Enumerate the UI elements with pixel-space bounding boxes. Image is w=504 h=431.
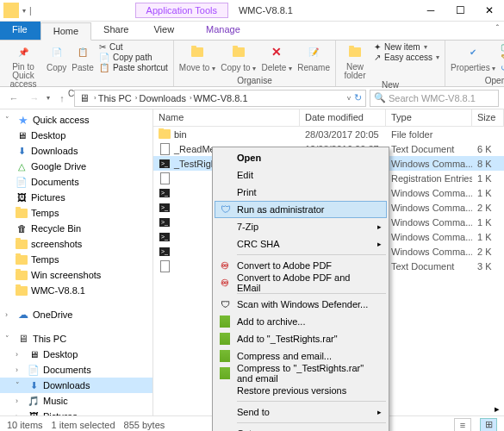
cut-button[interactable]: ✂ Cut — [99, 42, 168, 52]
quick-access[interactable]: ˅★Quick access — [0, 112, 152, 128]
breadcrumb[interactable]: 🖥 › This PC › Downloads › WMC-V8.8.1 v ↻ — [74, 90, 366, 107]
ribbon: 📌Pin to Quick access 📄Copy 📋Paste ✂ Cut … — [0, 41, 504, 87]
open-button[interactable]: ▢ Open ▾ — [501, 42, 504, 52]
ctx-run-as-admin[interactable]: 🛡Run as administrator — [215, 201, 387, 218]
maximize-button[interactable]: ☐ — [445, 0, 475, 22]
file-row[interactable]: bin28/03/2017 20:05File folder — [153, 127, 504, 141]
paste-button[interactable]: 📋Paste — [72, 42, 94, 72]
cmd-icon: >_ — [159, 231, 171, 243]
copy-path-button[interactable]: 📄 Copy path — [99, 53, 168, 62]
title-bar: ▾ | Application Tools WMC-V8.8.1 ─ ☐ ✕ — [0, 0, 504, 22]
ctx-7zip[interactable]: 7-Zip▸ — [215, 218, 387, 235]
tree-documents[interactable]: 📄Documents — [0, 174, 152, 190]
defender-icon: 🛡 — [218, 297, 232, 311]
easy-access-button[interactable]: ↗ Easy access ▾ — [374, 53, 439, 62]
organise-group-label: Organise — [233, 76, 276, 86]
ctx-compress-email[interactable]: Compress and email... — [215, 347, 387, 365]
tree-temps2[interactable]: Temps — [0, 252, 152, 267]
address-bar: ← → ▾ ↑ 🖥 › This PC › Downloads › WMC-V8… — [0, 87, 504, 109]
icons-view-button[interactable]: ⊞ — [480, 418, 497, 432]
tree-wmc[interactable]: WMC-V8.8.1 — [0, 283, 152, 298]
application-tools-tab[interactable]: Application Tools — [135, 3, 228, 18]
copy-to-button[interactable]: Copy to ▾ — [221, 42, 256, 72]
paste-shortcut-button[interactable]: 📋 Paste shortcut — [99, 63, 168, 72]
context-menu: Open Edit Print 🛡Run as administrator 7-… — [212, 147, 389, 431]
navigation-tree: ˅★Quick access 🖥Desktop ⬇Downloads △Goog… — [0, 109, 153, 415]
ctx-send-to[interactable]: Send to▸ — [215, 403, 387, 421]
delete-button[interactable]: ✕Delete ▾ — [261, 42, 292, 72]
properties-button[interactable]: ✔Properties ▾ — [451, 42, 495, 72]
back-button[interactable]: ← — [5, 90, 22, 107]
pc-desktop[interactable]: ›🖥Desktop — [0, 347, 152, 362]
pc-documents[interactable]: ›📄Documents — [0, 362, 152, 378]
tab-view[interactable]: View — [141, 22, 187, 40]
ctx-open[interactable]: Open — [215, 149, 387, 166]
move-to-button[interactable]: Move to ▾ — [179, 42, 215, 72]
ctx-convert-pdf-email[interactable]: ♾Convert to Adobe PDF and EMail — [215, 274, 387, 291]
rename-button[interactable]: 📝Rename — [297, 42, 330, 72]
ctx-add-archive[interactable]: Add to archive... — [215, 313, 387, 330]
col-type: Type — [386, 109, 472, 126]
history-button[interactable]: ↺ History — [501, 63, 504, 72]
ribbon-tabs: File Home Share View Manage ˆ — [0, 22, 504, 41]
tree-screenshots[interactable]: screenshots — [0, 236, 152, 252]
up-button[interactable]: ↑ — [53, 90, 71, 107]
cmd-icon: >_ — [159, 216, 171, 228]
copy-button[interactable]: 📄Copy — [47, 42, 66, 72]
search-input[interactable]: 🔍 Search WMC-V8.8.1 — [370, 90, 499, 107]
ctx-cut[interactable]: Cut — [215, 425, 387, 431]
col-date: Date modified — [300, 109, 386, 126]
tab-share[interactable]: Share — [91, 22, 141, 40]
details-view-button[interactable]: ≡ — [454, 418, 471, 432]
cmd-icon: >_ — [159, 187, 171, 199]
ctx-defender[interactable]: 🛡Scan with Windows Defender... — [215, 296, 387, 313]
pc-downloads[interactable]: ˅⬇Downloads — [0, 378, 152, 393]
ctx-print[interactable]: Print — [215, 184, 387, 201]
tree-temps[interactable]: Temps — [0, 205, 152, 221]
column-headers[interactable]: Name Date modified Type Size — [153, 109, 504, 127]
cmd-icon: >_ — [159, 158, 171, 170]
tree-downloads[interactable]: ⬇Downloads — [0, 143, 152, 159]
pc-music[interactable]: ›🎵Music — [0, 393, 152, 409]
refresh-icon[interactable]: ↻ — [354, 92, 362, 103]
file-icon — [159, 143, 171, 155]
ctx-convert-pdf[interactable]: ♾Convert to Adobe PDF — [215, 257, 387, 274]
ctx-add-to-rar[interactable]: Add to "_TestRights.rar" — [215, 330, 387, 347]
ctx-edit[interactable]: Edit — [215, 166, 387, 184]
rar-icon — [218, 332, 232, 346]
chevron-right-icon: ▸ — [377, 222, 382, 231]
close-button[interactable]: ✕ — [475, 0, 504, 22]
ribbon-collapse-icon[interactable]: ˆ — [491, 22, 504, 40]
tab-home[interactable]: Home — [40, 22, 91, 41]
breadcrumb-dropdown-icon[interactable]: v — [347, 94, 351, 102]
horizontal-scroll-icon[interactable]: ▸ — [492, 403, 502, 414]
new-folder-button[interactable]: New folder — [341, 42, 369, 80]
tree-pictures[interactable]: 🖼Pictures — [0, 190, 152, 205]
minimize-button[interactable]: ─ — [416, 0, 445, 22]
ctx-compress-to[interactable]: Compress to "_TestRights.rar" and email — [215, 365, 387, 382]
selection-size: 855 bytes — [124, 420, 165, 430]
edit-button[interactable]: ✎ Edit — [501, 53, 504, 62]
this-pc[interactable]: ˅🖥This PC — [0, 331, 152, 347]
forward-button[interactable]: → — [26, 90, 43, 107]
tab-manage[interactable]: Manage — [194, 22, 253, 40]
tab-file[interactable]: File — [0, 22, 40, 40]
open-group-label: Open — [482, 76, 504, 86]
tree-recycle-bin[interactable]: 🗑Recycle Bin — [0, 221, 152, 236]
tree-desktop[interactable]: 🖥Desktop — [0, 128, 152, 143]
folder-icon — [159, 128, 171, 141]
pin-quick-access-button[interactable]: 📌Pin to Quick access — [5, 42, 41, 89]
tree-google-drive[interactable]: △Google Drive — [0, 159, 152, 174]
chevron-right-icon: ▸ — [377, 408, 382, 416]
onedrive[interactable]: ›☁OneDrive — [0, 307, 152, 322]
pc-pictures[interactable]: ›🖼Pictures — [0, 409, 152, 415]
ctx-restore[interactable]: Restore previous versions — [215, 382, 387, 399]
history-dropdown-icon[interactable]: ▾ — [47, 94, 50, 102]
cmd-icon: >_ — [159, 202, 171, 214]
pdf-icon: ♾ — [218, 276, 232, 290]
new-item-button[interactable]: ✦ New item ▾ — [374, 42, 439, 52]
tree-win-screenshots[interactable]: Win screenshots — [0, 267, 152, 283]
rar-icon — [218, 315, 232, 328]
ctx-crc-sha[interactable]: CRC SHA▸ — [215, 235, 387, 253]
app-icon — [3, 3, 19, 18]
